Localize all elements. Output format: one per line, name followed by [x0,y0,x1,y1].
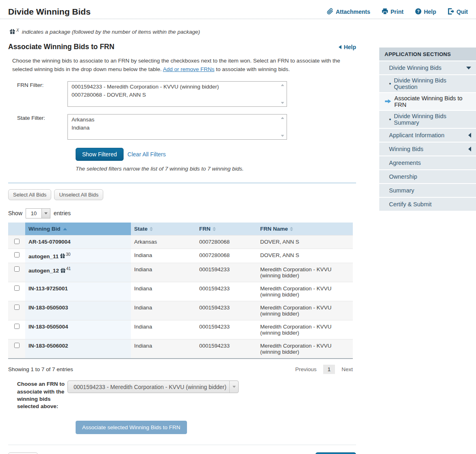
section-divider [8,182,356,184]
column-header-frn-name[interactable]: FRN Name [257,223,353,236]
table-row: IN-183-0506002 Indiana 0001594233 Meredi… [8,339,353,359]
frn-name-cell: Meredith Corporation - KVVU (winning bid… [257,301,353,320]
frn-name-cell: DOVER, ANN S [257,235,353,249]
frn-filter-option[interactable]: 0007280068 - DOVER, ANN S [72,91,276,99]
package-item-count: 30 [66,252,70,257]
frn-cell: 0001594233 [187,263,257,282]
scroll-up-icon[interactable] [281,117,284,119]
previous-page-button[interactable]: Previous [295,366,317,372]
quit-button[interactable]: Quit [448,8,468,16]
sidebar-item-winning-bids[interactable]: Winning Bids [379,143,476,156]
package-gift-icon [61,268,65,274]
winning-bid-cell: IN-113-9725001 [25,282,131,301]
table-row: IN-113-9725001 Indiana 0001594233 Meredi… [8,282,353,301]
frn-cell: 0007280068 [187,235,257,249]
attachments-button[interactable]: Attachments [327,8,370,16]
help-button[interactable]: ? Help [415,8,436,16]
frn-filter-option[interactable]: 0001594233 - Meredith Corporation - KVVU… [72,83,276,91]
sidebar-item-summary[interactable]: Summary [379,184,476,197]
sidebar-item-certify-submit[interactable]: Certify & Submit [379,198,476,211]
package-gift-icon [10,29,15,35]
scroll-up-icon[interactable] [281,84,284,86]
bid-checkbox[interactable] [14,285,20,291]
entries-label: entries [54,210,71,216]
scroll-down-icon[interactable] [281,102,284,104]
bid-checkbox[interactable] [14,305,20,310]
frn-cell: 0001594233 [187,339,257,359]
sort-ascending-icon [63,228,67,230]
triangle-left-icon [339,45,341,49]
sidebar-item-divide-winning-bids[interactable]: Divide Winning Bids [379,61,476,74]
caret-left-icon [468,147,471,151]
frn-select-label: Choose an FRN to associate with the winn… [8,380,67,410]
caret-down-icon [466,67,471,69]
entries-per-page-select[interactable]: 10 [26,208,50,218]
table-row: IN-183-0505004 Indiana 0001594233 Meredi… [8,320,353,339]
package-legend: X indicates a package (followed by the n… [8,29,356,35]
clear-all-filters-link[interactable]: Clear All Filters [128,151,166,158]
print-button[interactable]: Print [382,8,404,16]
sidebar-item-applicant-information[interactable]: Applicant Information [379,129,476,142]
select-all-bids-button[interactable]: Select All Bids [8,189,51,200]
frn-select-dropdown[interactable]: 0001594233 - Meredith Corporation - KVVU… [67,380,239,393]
bid-checkbox[interactable] [14,266,20,272]
sidebar-item-associate-winning-bids-to-frn[interactable]: Associate Winning Bids to FRN [379,93,476,110]
frn-filter-listbox[interactable]: 0001594233 - Meredith Corporation - KVVU… [67,81,287,107]
state-filter-listbox[interactable]: Arkansas Indiana [67,114,287,140]
page-header: Divide Winning Bids Attachments Print ? … [0,0,476,19]
frn-name-cell: Meredith Corporation - KVVU (winning bid… [257,320,353,339]
table-row: autogen_1130 Indiana 0007280068 DOVER, A… [8,249,353,263]
package-item-count: 41 [66,266,71,271]
next-page-button[interactable]: Next [341,366,353,372]
associate-bids-button[interactable]: Associate selected Winning Bids to FRN [76,421,187,434]
pagination: Previous 1 Next [295,365,353,374]
bullet-icon: • [389,116,391,123]
section-intro: Choose the winning bids to associate to … [12,57,342,74]
paperclip-icon [327,8,333,16]
bid-checkbox[interactable] [14,324,20,329]
state-filter-option[interactable]: Arkansas [72,116,276,124]
state-cell: Indiana [131,282,187,301]
bullet-icon: • [389,80,391,87]
frn-filter-label: FRN Filter: [8,81,67,107]
state-cell: Indiana [131,301,187,320]
main-content: X indicates a package (followed by the n… [0,19,379,454]
winning-bid-cell: IN-183-0505003 [25,301,131,320]
bid-checkbox[interactable] [14,252,20,257]
frn-name-cell: Meredith Corporation - KVVU (winning bid… [257,339,353,359]
add-remove-frns-link[interactable]: Add or remove FRNs [163,66,215,72]
bid-checkbox[interactable] [14,239,20,244]
application-sections-sidebar: APPLICATION SECTIONS Divide Winning Bids… [379,48,476,211]
state-filter-option[interactable]: Indiana [72,124,276,132]
frn-cell: 0001594233 [187,301,257,320]
section-help-link[interactable]: Help [339,44,356,50]
show-filtered-button[interactable]: Show Filtered [76,148,124,161]
unselect-all-bids-button[interactable]: Unselect All Bids [54,189,103,200]
winning-bids-table: Winning Bid State FRN FRN Name AR-145-07… [8,223,353,359]
continue-button[interactable]: Continue » [315,452,356,454]
sidebar-item-divide-winning-bids-summary[interactable]: • Divide Winning Bids Summary [379,111,476,128]
column-header-frn[interactable]: FRN [187,223,257,236]
sort-icon [150,227,153,231]
header-toolbar: Attachments Print ? Help Quit [327,8,468,16]
column-header-winning-bid[interactable]: Winning Bid [25,223,131,236]
entries-summary: Showing 1 to 7 of 7 entries [8,366,73,372]
state-cell: Indiana [131,339,187,359]
scroll-down-icon[interactable] [281,135,284,137]
sidebar-item-agreements[interactable]: Agreements [379,156,476,169]
footer-divider [8,445,356,445]
frn-cell: 0001594233 [187,282,257,301]
back-button[interactable]: « Back [8,452,38,454]
state-cell: Indiana [131,263,187,282]
sidebar-item-divide-winning-bids-question[interactable]: • Divide Winning Bids Question [379,75,476,92]
bid-checkbox[interactable] [14,343,20,348]
filter-summary-text: The selected filters narrow the list of … [76,166,356,172]
column-header-state[interactable]: State [131,223,187,236]
frn-cell: 0001594233 [187,320,257,339]
sidebar-item-ownership[interactable]: Ownership [379,170,476,183]
current-page-button[interactable]: 1 [323,365,335,374]
package-legend-text: indicates a package (followed by the num… [22,29,200,35]
chevron-down-icon [42,208,50,218]
winning-bid-cell: autogen_1241 [25,263,131,282]
frn-name-cell: Meredith Corporation - KVVU (winning bid… [257,282,353,301]
